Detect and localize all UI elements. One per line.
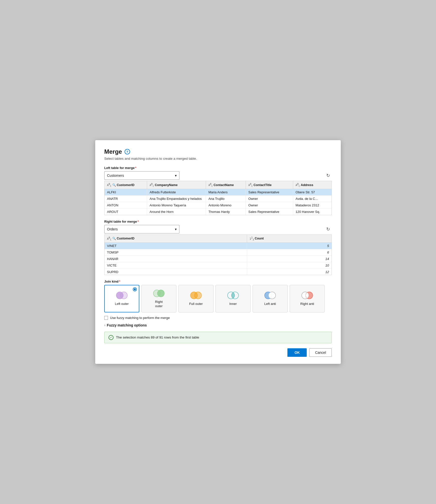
left-col-customerid[interactable]: ABC 🔍 CustomerID [104, 181, 147, 189]
right-table-wrapper[interactable]: ABC 🔍 CustomerID 123 Count VINET5TOMSP6H [104, 235, 332, 275]
venn-left-anti-icon [264, 291, 277, 300]
left-table-wrapper[interactable]: ABC 🔍 CustomerID ABC CompanyName ABC Con… [104, 181, 332, 215]
svg-point-1 [120, 292, 127, 299]
left-col-companyname[interactable]: ABC CompanyName [147, 181, 206, 189]
right-table-label: Right table for merge* [104, 220, 332, 223]
chevron-down-icon-2: ▾ [175, 227, 177, 231]
left-col-contactname[interactable]: ABC ContactName [206, 181, 246, 189]
fuzzy-options-label: Fuzzy matching options [107, 323, 147, 327]
join-right-outer[interactable]: Rightouter [141, 285, 176, 312]
right-table-dropdown[interactable]: Orders ▾ [104, 225, 179, 233]
join-full-outer-label: Full outer [189, 302, 203, 306]
table-row[interactable]: SUPRD12 [104, 269, 332, 275]
right-table-value: Orders [107, 227, 118, 231]
table-row[interactable]: ALFKIAlfreds FutterkisteMaria AndersSale… [104, 189, 332, 195]
status-message: The selection matches 89 of 91 rows from… [116, 335, 199, 339]
svg-point-5 [194, 292, 201, 299]
chevron-right-icon: › [104, 323, 105, 327]
fuzzy-row: Use fuzzy matching to perform the merge [104, 316, 332, 320]
join-cards: Left outer Rightouter Full outer [104, 285, 332, 312]
table-row[interactable]: VINET5 [104, 242, 332, 249]
venn-right-outer-icon [152, 289, 165, 298]
left-table-dropdown[interactable]: Customers ▾ [104, 171, 179, 180]
left-table: ABC 🔍 CustomerID ABC CompanyName ABC Con… [104, 181, 332, 215]
table-row[interactable]: VICTE10 [104, 262, 332, 269]
right-col-count[interactable]: 123 Count [247, 235, 332, 242]
join-inner-label: Inner [229, 302, 237, 306]
left-table-label: Left table for merge* [104, 166, 332, 170]
right-col-customerid[interactable]: ABC 🔍 CustomerID [104, 235, 247, 242]
fuzzy-checkbox[interactable] [104, 316, 108, 320]
join-kind-label: Join kind* [104, 280, 332, 283]
dialog-footer: OK Cancel [104, 348, 332, 357]
merge-dialog: Merge ? Select tables and matching colum… [95, 140, 341, 364]
join-full-outer[interactable]: Full outer [178, 285, 213, 312]
left-table-refresh-button[interactable]: ↻ [324, 172, 332, 179]
ok-button[interactable]: OK [287, 348, 307, 357]
join-left-outer-label: Left outer [115, 302, 129, 306]
right-table-refresh-button[interactable]: ↻ [324, 225, 332, 233]
fuzzy-options-row[interactable]: › Fuzzy matching options [104, 323, 332, 327]
dialog-subtitle: Select tables and matching columns to cr… [104, 157, 332, 160]
venn-right-anti-icon [301, 291, 314, 300]
cancel-button[interactable]: Cancel [309, 348, 332, 357]
left-col-contacttitle[interactable]: ABC ContactTitle [246, 181, 293, 189]
left-table-container: ABC 🔍 CustomerID ABC CompanyName ABC Con… [104, 181, 332, 215]
venn-left-outer-icon [115, 291, 128, 300]
status-bar: ✓ The selection matches 89 of 91 rows fr… [104, 332, 332, 343]
chevron-down-icon: ▾ [175, 174, 177, 178]
status-check-icon: ✓ [108, 335, 114, 340]
help-icon[interactable]: ? [125, 149, 130, 154]
left-col-address[interactable]: ABC Address [293, 181, 332, 189]
join-left-anti-label: Left anti [264, 302, 276, 306]
join-right-outer-label: Rightouter [155, 300, 163, 308]
join-left-outer[interactable]: Left outer [104, 285, 139, 312]
join-inner[interactable]: Inner [215, 285, 251, 312]
table-row[interactable]: TOMSP6 [104, 249, 332, 256]
fuzzy-label: Use fuzzy matching to perform the merge [110, 316, 170, 320]
right-table-container: ABC 🔍 CustomerID 123 Count VINET5TOMSP6H [104, 234, 332, 275]
svg-point-3 [157, 290, 164, 297]
join-right-anti-label: Right anti [300, 302, 314, 306]
table-row[interactable]: ANATRAna Trujillo Emparedados y heladosA… [104, 195, 332, 202]
table-row[interactable]: AROUTAround the HornThomas HardySales Re… [104, 208, 332, 215]
venn-inner-icon [227, 291, 240, 300]
join-left-anti[interactable]: Left anti [253, 285, 288, 312]
table-row[interactable]: HANAR14 [104, 256, 332, 262]
join-right-anti[interactable]: Right anti [290, 285, 325, 312]
left-table-value: Customers [107, 174, 124, 178]
venn-full-outer-icon [189, 291, 202, 300]
table-row[interactable]: ANTONAntonio Moreno TaqueríaAntonio More… [104, 202, 332, 208]
right-table: ABC 🔍 CustomerID 123 Count VINET5TOMSP6H [104, 235, 332, 275]
radio-left-outer [133, 287, 137, 291]
dialog-title: Merge [104, 148, 122, 155]
